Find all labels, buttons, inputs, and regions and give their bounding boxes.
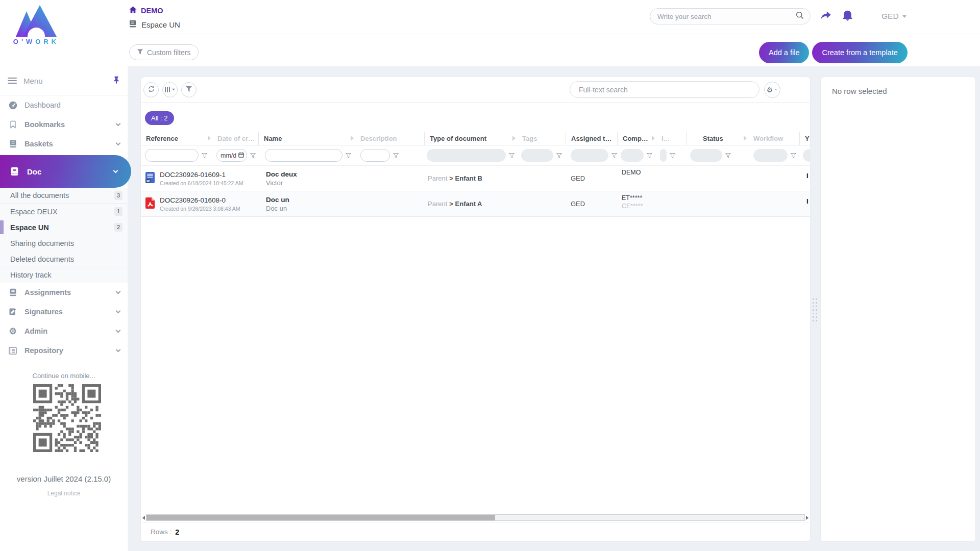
sidebar-item-espace-un[interactable]: Espace UN 2 [0,219,128,235]
refresh-button[interactable] [143,82,159,97]
funnel-outline-icon[interactable] [393,151,399,160]
sidebar-item-label: Doc [27,167,41,176]
filter-select-type[interactable] [427,149,506,162]
column-header-i[interactable]: I… [656,132,686,145]
sort-arrow-icon[interactable] [512,136,516,141]
type-child-label: Enfant B [455,174,482,182]
assigned-label: GED [571,200,585,208]
share-button[interactable] [820,11,831,22]
column-header-tags[interactable]: Tags [517,132,566,145]
filter-select-tags[interactable] [521,149,553,162]
scroll-left-arrow-icon[interactable] [142,516,145,520]
filter-select-company[interactable] [621,149,644,162]
search-icon[interactable] [796,11,804,21]
notifications-button[interactable] [842,10,853,22]
scroll-right-arrow-icon[interactable] [806,516,808,520]
funnel-outline-icon[interactable] [791,151,796,160]
sidebar-item-bookmarks[interactable]: Bookmarks [0,115,128,134]
sidebar-item-admin[interactable]: ⚙ Admin [0,321,128,341]
column-header-date[interactable]: Date of cr… [212,132,258,145]
custom-filters-button[interactable]: Custom filters [129,44,199,60]
funnel-outline-icon[interactable] [346,151,351,160]
name-cell: Doc deux Victor [258,166,355,191]
filter-select-y[interactable] [803,149,811,162]
column-header-company[interactable]: Comp… [617,132,656,145]
sidebar-item-sharing-documents[interactable]: Sharing documents [0,235,128,251]
column-header-description[interactable]: Description [355,132,424,145]
column-header-y[interactable]: Y… [799,132,811,145]
chevron-down-icon [116,121,121,127]
funnel-outline-icon[interactable] [202,151,207,160]
table-row[interactable]: DOC230926-01608-0 Created on 9/26/2023 3… [141,191,810,217]
funnel-outline-icon[interactable] [670,151,675,160]
table-settings-button[interactable]: ⚙ [764,82,780,98]
table-row[interactable]: w DOC230926-01609-1 Created on 6/18/2024… [141,166,810,191]
sidebar-item-deleted-documents[interactable]: Deleted documents [0,251,128,267]
breadcrumb-root[interactable]: DEMO [129,6,180,15]
funnel-outline-icon[interactable] [647,151,652,160]
filter-date-created[interactable]: mm/d [216,149,247,162]
table-header-row: Reference Date of cr… Name Description T… [141,132,810,145]
pin-sidebar-button[interactable] [113,76,120,86]
filter-input-reference[interactable] [145,149,199,162]
create-from-template-button[interactable]: Create from a template [812,42,907,63]
scrollbar-track[interactable] [146,514,805,521]
sidebar-item-dashboard[interactable]: Dashboard [0,95,128,115]
column-header-name[interactable]: Name [258,132,355,145]
sidebar-item-baskets[interactable]: Baskets [0,134,128,154]
company-cell: DEMO [617,166,656,191]
scrollbar-thumb[interactable] [146,515,495,520]
sidebar-item-repository[interactable]: Repository [0,341,128,360]
sort-arrow-icon[interactable] [351,136,354,141]
horizontal-scrollbar[interactable] [141,513,810,522]
app-logo[interactable]: O'WORK [8,5,64,45]
sidebar-item-assignments[interactable]: Assignments [0,283,128,302]
assigned-label: GED [571,174,585,182]
fulltext-search-input[interactable] [578,85,751,94]
sidebar-item-signatures[interactable]: Signatures [0,302,128,321]
filters-button[interactable] [181,82,197,97]
column-header-reference[interactable]: Reference [141,132,212,145]
hamburger-icon[interactable] [8,76,17,85]
sidebar-item-espace-deux[interactable]: Espace DEUX 1 [0,204,128,219]
funnel-outline-icon[interactable] [725,151,731,160]
funnel-outline-icon[interactable] [556,151,562,160]
legal-notice-link[interactable]: Legal notice [0,490,128,497]
sidebar-item-all-documents[interactable]: All the documents 3 [0,188,128,204]
global-search [650,8,811,24]
columns-button[interactable] [162,82,178,97]
filter-select-workflow[interactable] [753,149,788,162]
global-search-input[interactable] [656,12,796,21]
column-header-workflow[interactable]: Workflow [748,132,799,145]
journal-icon [8,288,18,296]
assigned-cell: GED [566,166,617,191]
filter-input-name[interactable] [265,149,342,162]
all-count-badge[interactable]: All : 2 [145,111,174,125]
rows-count-row: Rows : 2 [141,522,810,541]
column-header-status[interactable]: Status [686,132,748,145]
column-header-type[interactable]: Type of document [424,132,517,145]
panel-resize-handle[interactable] [811,297,818,322]
filter-select-assigned[interactable] [571,149,608,162]
mobile-hint: Continue on mobile... [0,372,128,380]
chevron-down-icon [902,15,906,18]
column-header-assigned[interactable]: Assigned t… [566,132,617,145]
sidebar-item-label: Assignments [24,288,71,296]
sidebar-item-history-track[interactable]: History track [0,267,128,283]
funnel-outline-icon[interactable] [509,151,514,160]
add-file-button[interactable]: Add a file [759,42,809,63]
funnel-outline-icon[interactable] [611,151,617,160]
funnel-outline-icon[interactable] [250,151,256,160]
calendar-icon [238,152,244,159]
sort-arrow-icon[interactable] [652,136,655,141]
rows-count-value: 2 [175,528,179,536]
sort-arrow-icon[interactable] [208,136,211,141]
sidebar-item-doc[interactable]: Doc [0,155,131,188]
filter-select-i[interactable] [660,149,667,162]
user-menu[interactable]: GED [881,12,906,21]
breadcrumb-space-label: Espace UN [141,20,180,29]
filter-input-description[interactable] [360,149,390,162]
filter-select-status[interactable] [690,149,722,162]
doc-submenu: All the documents 3 Espace DEUX 1 Espace… [0,188,128,283]
sort-arrow-icon[interactable] [744,136,747,141]
